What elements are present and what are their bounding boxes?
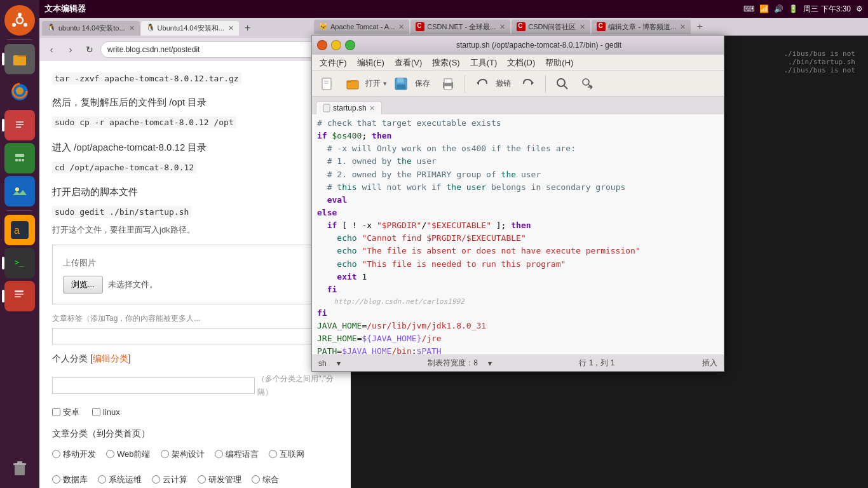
back-button[interactable]: ‹ <box>43 41 60 58</box>
tab-csdn2[interactable]: C CSDN问答社区 ✕ <box>512 20 590 34</box>
radio-lang[interactable]: 编程语言 <box>215 447 259 461</box>
files-icon[interactable] <box>4 44 35 74</box>
checkbox-linux-input[interactable] <box>92 408 100 416</box>
svg-rect-28 <box>13 463 26 465</box>
tags-input[interactable] <box>52 328 338 344</box>
gedit-tab-close[interactable]: ✕ <box>369 104 375 112</box>
svg-point-2 <box>12 23 16 27</box>
checkbox-android-input[interactable] <box>52 408 60 416</box>
radio-mobile-input[interactable] <box>52 450 60 458</box>
menu-view[interactable]: 查看(V) <box>390 56 427 70</box>
menu-help[interactable]: 帮助(H) <box>540 56 578 70</box>
tab-csdn3-close[interactable]: ✕ <box>680 23 686 31</box>
status-insert-mode[interactable]: 插入 <box>702 358 717 369</box>
radio-db-input[interactable] <box>52 475 60 484</box>
tab1-close[interactable]: ✕ <box>129 24 135 32</box>
radio-ops-input[interactable] <box>98 475 106 484</box>
terminal-icon[interactable]: >_ <box>4 248 35 278</box>
toolbar-redo-btn[interactable] <box>517 73 540 95</box>
undo-label: 撤销 <box>496 78 511 89</box>
toolbar-undo-btn[interactable] <box>470 73 493 95</box>
browser-new-tab[interactable]: + <box>240 20 255 36</box>
gedit-file-tab[interactable]: startup.sh ✕ <box>316 101 382 114</box>
gedit-max-button[interactable] <box>345 40 355 50</box>
checkbox-linux[interactable]: linux <box>92 405 120 419</box>
open-dropdown[interactable]: ▾ <box>383 79 387 88</box>
tab-apache[interactable]: 🐱 Apache Tomcat - A... ✕ <box>314 20 409 34</box>
gedit-toolbar: 打开 ▾ 保存 撤销 <box>312 71 724 97</box>
browser-tab-2[interactable]: 🐧 Ubuntu14.04安装和... ✕ <box>141 21 239 36</box>
trash-icon[interactable] <box>4 452 35 483</box>
gedit-icon[interactable] <box>4 281 35 311</box>
checkbox-android[interactable]: 安卓 <box>52 405 79 419</box>
radio-arch-label: 架构设计 <box>172 447 205 461</box>
code-line-1: # check that target executable exists <box>317 117 719 130</box>
radio-internet-input[interactable] <box>269 450 277 458</box>
amazon-icon[interactable]: a <box>4 215 35 245</box>
menu-file[interactable]: 文件(F) <box>315 56 352 70</box>
toolbar-find-btn[interactable] <box>551 73 574 95</box>
toolbar-print-btn[interactable] <box>437 73 459 95</box>
radio-ops[interactable]: 系统运维 <box>98 472 142 487</box>
svg-text:a: a <box>14 225 20 236</box>
calc-icon[interactable] <box>4 143 35 173</box>
browser-tab-1[interactable]: 🐧 ubuntu 14.04安装to... ✕ <box>42 21 140 36</box>
toolbar-new-btn[interactable] <box>316 73 339 95</box>
toolbar-open-btn[interactable] <box>341 73 364 95</box>
ubuntu-icon[interactable] <box>4 5 35 36</box>
imageviewer-icon[interactable] <box>4 176 35 207</box>
forward-button[interactable]: › <box>62 41 79 58</box>
radio-cloud-label: 云计算 <box>163 472 187 487</box>
browser-content: tar -zxvf apache-tomcat-8.0.12.tar.gz 然后… <box>39 61 351 488</box>
radio-web-input[interactable] <box>106 450 114 458</box>
menu-docs[interactable]: 文档(D) <box>502 56 540 70</box>
svg-text:>_: >_ <box>15 258 24 267</box>
radio-misc[interactable]: 综合 <box>252 472 279 487</box>
menu-edit[interactable]: 编辑(E) <box>352 56 390 70</box>
tab-csdn1-close[interactable]: ✕ <box>499 23 505 31</box>
toolbar-save-btn[interactable] <box>390 73 412 95</box>
radio-lang-input[interactable] <box>215 450 223 458</box>
radio-dev[interactable]: 研发管理 <box>198 472 241 487</box>
radio-dev-input[interactable] <box>198 475 206 484</box>
firefox-icon[interactable] <box>4 77 35 107</box>
svg-rect-17 <box>13 186 27 197</box>
status-lang-dropdown[interactable]: ▾ <box>337 359 341 368</box>
svg-rect-38 <box>444 79 452 83</box>
toolbar-findreplace-btn[interactable] <box>576 73 599 95</box>
gedit-code-area[interactable]: # check that target executable exists if… <box>312 114 724 355</box>
status-lang[interactable]: sh <box>318 359 327 368</box>
edit-category-link[interactable]: 编辑分类 <box>93 353 128 363</box>
category-input[interactable] <box>52 377 255 394</box>
address-bar[interactable]: write.blog.csdn.net/postedit <box>100 41 347 58</box>
tab-csdn3[interactable]: C 编辑文章 - 博客频道... ✕ <box>592 20 691 34</box>
radio-mobile[interactable]: 移动开发 <box>52 447 96 461</box>
gedit-close-button[interactable] <box>317 40 327 50</box>
radio-internet[interactable]: 互联网 <box>269 447 304 461</box>
upload-title: 上传图片 <box>63 255 327 270</box>
tab-csdn2-close[interactable]: ✕ <box>580 23 585 31</box>
reload-button[interactable]: ↻ <box>81 41 98 58</box>
tab2-close[interactable]: ✕ <box>228 24 234 32</box>
menu-tools[interactable]: 工具(T) <box>465 56 503 70</box>
tab-apache-close[interactable]: ✕ <box>398 23 404 31</box>
menu-search[interactable]: 搜索(S) <box>427 56 465 70</box>
radio-arch-input[interactable] <box>161 450 169 458</box>
gedit-min-button[interactable] <box>331 40 341 50</box>
radio-web[interactable]: Web前端 <box>106 447 151 461</box>
tab2-label: Ubuntu14.04安装和... <box>158 24 224 33</box>
panel-settings-icon[interactable]: ⚙ <box>856 4 863 13</box>
radio-cloud[interactable]: 云计算 <box>152 472 187 487</box>
new-tab-btn[interactable]: + <box>692 19 707 34</box>
tab-csdn1[interactable]: C CSDN.NET - 全球最... ✕ <box>410 20 510 34</box>
section-open-title: 打开启动的脚本文件 <box>52 183 338 200</box>
status-tabwidth-dropdown[interactable]: ▾ <box>488 359 492 368</box>
browse-button[interactable]: 浏览... <box>63 276 103 294</box>
radio-arch[interactable]: 架构设计 <box>161 447 205 461</box>
radio-db[interactable]: 数据库 <box>52 472 88 487</box>
radio-cloud-input[interactable] <box>152 475 160 484</box>
checkbox-row: 安卓 linux <box>52 405 338 419</box>
texteditor-icon[interactable] <box>4 110 35 140</box>
radio-misc-input[interactable] <box>252 475 260 484</box>
browser-tabs-bar: 🐧 ubuntu 14.04安装to... ✕ 🐧 Ubuntu14.04安装和… <box>39 18 351 38</box>
